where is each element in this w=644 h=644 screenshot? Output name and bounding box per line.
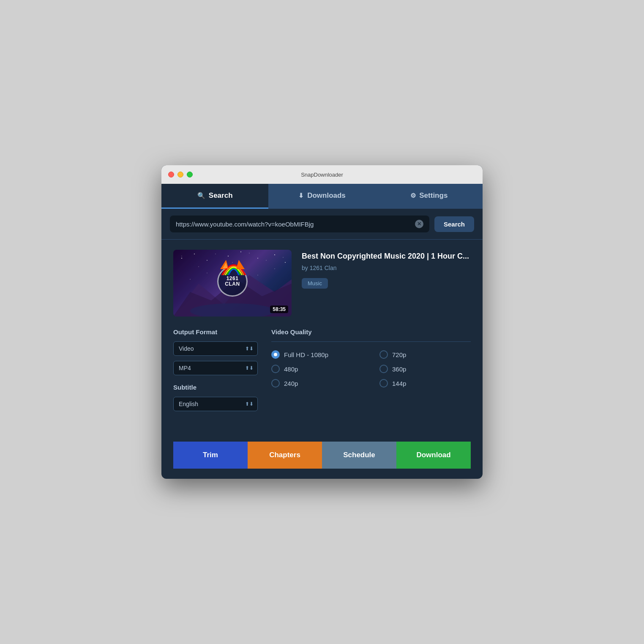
url-input-wrap: ✕ bbox=[170, 216, 429, 232]
logo-circle: 1261 CLAN bbox=[217, 266, 248, 297]
radio-720p bbox=[379, 350, 388, 359]
ear-left bbox=[223, 262, 228, 268]
close-button[interactable] bbox=[168, 172, 174, 177]
output-format-label: Output Format bbox=[173, 328, 258, 336]
clear-url-button[interactable]: ✕ bbox=[415, 220, 423, 228]
ear-right bbox=[237, 262, 242, 268]
radio-360p bbox=[379, 365, 388, 373]
window-title: SnapDownloader bbox=[301, 172, 343, 178]
quality-divider bbox=[271, 341, 471, 342]
format-section: Output Format Video Audio Subtitles ⬆⬇ M… bbox=[173, 328, 258, 416]
video-thumbnail: 1261 CLAN 58:35 bbox=[173, 250, 292, 317]
trim-button[interactable]: Trim bbox=[173, 442, 248, 469]
bottom-bar: Trim Chapters Schedule Download bbox=[173, 442, 471, 469]
svg-point-5 bbox=[207, 260, 207, 261]
svg-point-9 bbox=[274, 254, 275, 255]
radio-1080p bbox=[271, 350, 280, 359]
video-tag: Music bbox=[302, 278, 328, 289]
container-select[interactable]: MP4 MKV AVI MOV bbox=[173, 361, 258, 375]
container-select-wrap: MP4 MKV AVI MOV ⬆⬇ bbox=[173, 361, 258, 375]
search-tab-icon: 🔍 bbox=[197, 192, 205, 199]
tab-settings[interactable]: ⚙ Settings bbox=[376, 184, 483, 209]
quality-label-240p: 240p bbox=[284, 380, 298, 387]
url-bar: ✕ Search bbox=[161, 209, 483, 240]
maximize-button[interactable] bbox=[187, 172, 193, 177]
format-select[interactable]: Video Audio Subtitles bbox=[173, 341, 258, 356]
quality-label-1080p: Full HD - 1080p bbox=[284, 351, 328, 358]
video-author: by 1261 Clan bbox=[302, 265, 471, 271]
content-area: 1261 CLAN 58:35 Best Non Copyrighted Mus… bbox=[161, 240, 483, 479]
schedule-button[interactable]: Schedule bbox=[322, 442, 396, 469]
svg-point-3 bbox=[181, 258, 182, 259]
svg-point-6 bbox=[228, 256, 229, 257]
options-row: Output Format Video Audio Subtitles ⬆⬇ M… bbox=[173, 328, 471, 416]
quality-option-1080p[interactable]: Full HD - 1080p bbox=[271, 350, 363, 359]
svg-point-4 bbox=[194, 254, 195, 254]
quality-option-144p[interactable]: 144p bbox=[379, 379, 471, 387]
quality-label: Video Quality bbox=[271, 328, 471, 336]
quality-label-144p: 144p bbox=[392, 380, 406, 387]
tab-settings-label: Settings bbox=[419, 191, 448, 200]
chapters-button[interactable]: Chapters bbox=[248, 442, 322, 469]
svg-point-10 bbox=[285, 262, 286, 263]
title-bar: SnapDownloader bbox=[161, 165, 483, 184]
format-select-wrap: Video Audio Subtitles ⬆⬇ bbox=[173, 341, 258, 356]
quality-section: Video Quality Full HD - 1080p 720p bbox=[271, 328, 471, 387]
channel-logo: 1261 CLAN bbox=[216, 265, 249, 298]
quality-option-360p[interactable]: 360p bbox=[379, 365, 471, 373]
video-info: Best Non Copyrighted Music 2020 | 1 Hour… bbox=[302, 250, 471, 317]
video-duration: 58:35 bbox=[270, 306, 288, 313]
logo-text: 1261 CLAN bbox=[225, 276, 240, 287]
subtitle-select[interactable]: English None French Spanish bbox=[173, 397, 258, 411]
subtitle-label: Subtitle bbox=[173, 384, 258, 391]
tab-downloads-label: Downloads bbox=[307, 191, 346, 200]
download-button[interactable]: Download bbox=[396, 442, 471, 469]
quality-grid: Full HD - 1080p 720p 480p bbox=[271, 350, 471, 387]
url-input[interactable] bbox=[176, 221, 412, 228]
downloads-tab-icon: ⬇ bbox=[298, 192, 304, 199]
quality-option-240p[interactable]: 240p bbox=[271, 379, 363, 387]
quality-option-480p[interactable]: 480p bbox=[271, 365, 363, 373]
radio-240p bbox=[271, 379, 280, 387]
minimize-button[interactable] bbox=[177, 172, 183, 177]
radio-480p bbox=[271, 365, 280, 373]
settings-tab-icon: ⚙ bbox=[410, 192, 416, 199]
quality-label-480p: 480p bbox=[284, 366, 298, 373]
radio-144p bbox=[379, 379, 388, 387]
quality-label-360p: 360p bbox=[392, 366, 406, 373]
svg-point-7 bbox=[240, 251, 241, 252]
subtitle-select-wrap: English None French Spanish ⬆⬇ bbox=[173, 397, 258, 411]
search-button[interactable]: Search bbox=[434, 216, 474, 232]
video-title: Best Non Copyrighted Music 2020 | 1 Hour… bbox=[302, 251, 471, 261]
tab-search[interactable]: 🔍 Search bbox=[161, 184, 268, 209]
subtitle-section: Subtitle English None French Spanish ⬆⬇ bbox=[173, 384, 258, 411]
quality-label-720p: 720p bbox=[392, 351, 406, 358]
traffic-lights bbox=[168, 172, 193, 177]
video-result: 1261 CLAN 58:35 Best Non Copyrighted Mus… bbox=[173, 250, 471, 317]
tab-search-label: Search bbox=[209, 191, 233, 200]
tab-downloads[interactable]: ⬇ Downloads bbox=[268, 184, 375, 209]
quality-option-720p[interactable]: 720p bbox=[379, 350, 471, 359]
svg-point-8 bbox=[257, 258, 258, 259]
app-window: SnapDownloader 🔍 Search ⬇ Downloads ⚙ Se… bbox=[161, 165, 483, 479]
tab-bar: 🔍 Search ⬇ Downloads ⚙ Settings bbox=[161, 184, 483, 209]
